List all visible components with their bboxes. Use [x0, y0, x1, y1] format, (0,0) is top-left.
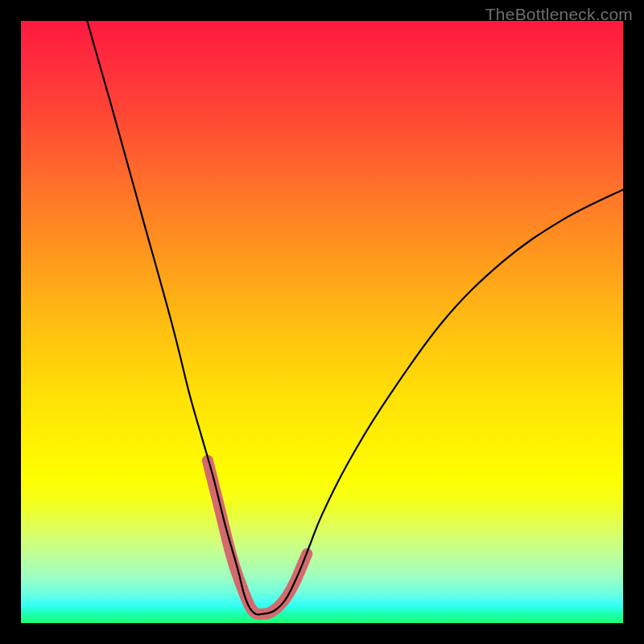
plot-area [21, 21, 623, 623]
bottleneck-curve [87, 21, 623, 615]
curve-layer [21, 21, 623, 623]
sweet-spot-highlight [208, 460, 307, 614]
watermark-text: TheBottleneck.com [485, 5, 633, 24]
chart-frame: TheBottleneck.com [0, 0, 644, 644]
